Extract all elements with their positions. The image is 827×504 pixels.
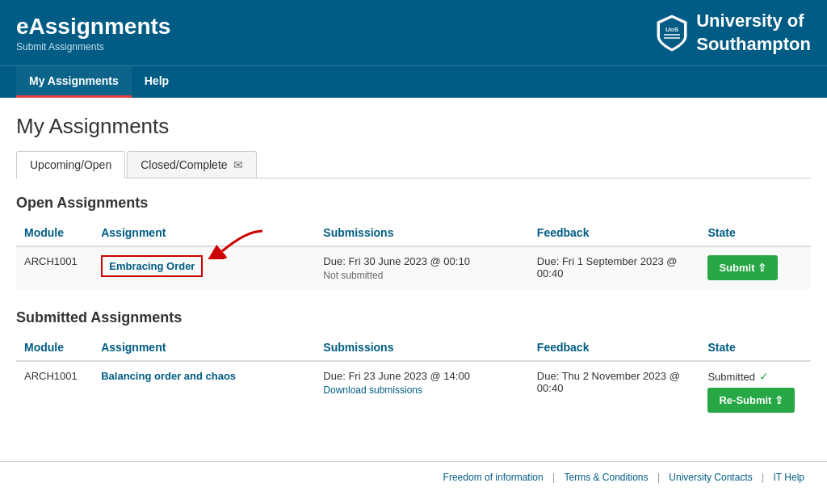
footer-sep-2: | bbox=[657, 472, 660, 483]
open-assignments-heading: Open Assignments bbox=[16, 195, 811, 212]
open-table-header: Module Assignment Submissions Feedback S… bbox=[16, 220, 811, 246]
tab-upcoming-open[interactable]: Upcoming/Open bbox=[16, 151, 125, 178]
col-header-feedback: Feedback bbox=[529, 220, 700, 246]
uni-name-line1: University of bbox=[696, 10, 811, 33]
uni-name: University of Southampton bbox=[696, 10, 811, 56]
app-subtitle: Submit Assignments bbox=[16, 41, 170, 52]
col-header-state: State bbox=[699, 220, 811, 246]
open-assignments-table: Module Assignment Submissions Feedback S… bbox=[16, 220, 811, 289]
submit-button[interactable]: Submit ⇧ bbox=[707, 255, 778, 280]
app-title: eAssignments bbox=[16, 14, 170, 40]
sub-row-assignment: Balancing order and chaos bbox=[93, 361, 315, 421]
uni-name-line2: Southampton bbox=[696, 33, 811, 57]
table-row: ARCH1001 Embracing Order bbox=[16, 246, 811, 289]
site-footer: Freedom of information | Terms & Conditi… bbox=[0, 461, 827, 493]
sub-row-feedback: Due: Thu 2 November 2023 @ 00:40 bbox=[529, 361, 700, 421]
nav-my-assignments[interactable]: My Assignments bbox=[16, 66, 132, 98]
open-row-assignment: Embracing Order bbox=[93, 246, 315, 289]
open-assignment-link[interactable]: Embracing Order bbox=[101, 255, 203, 277]
uni-logo-container: UoS University of Southampton bbox=[656, 10, 811, 56]
tab-closed-complete[interactable]: Closed/Complete ✉ bbox=[127, 151, 257, 178]
header-branding: eAssignments Submit Assignments bbox=[16, 14, 170, 52]
sub-col-header-assignment: Assignment bbox=[93, 334, 315, 361]
footer-sep-1: | bbox=[552, 472, 555, 483]
resubmit-button[interactable]: Re-Submit ⇧ bbox=[707, 388, 795, 413]
submitted-assignments-table: Module Assignment Submissions Feedback S… bbox=[16, 334, 811, 421]
footer-link-freedom[interactable]: Freedom of information bbox=[443, 472, 544, 483]
sub-col-header-state: State bbox=[699, 334, 811, 361]
svg-text:UoS: UoS bbox=[665, 26, 679, 33]
university-logo: UoS University of Southampton bbox=[656, 10, 811, 56]
col-header-module: Module bbox=[16, 220, 93, 246]
not-submitted-label: Not submitted bbox=[323, 270, 521, 281]
email-icon: ✉ bbox=[233, 158, 243, 171]
sub-col-header-feedback: Feedback bbox=[529, 334, 700, 361]
submitted-status: Submitted ✓ bbox=[707, 370, 803, 383]
submitted-assignments-heading: Submitted Assignments bbox=[16, 309, 811, 326]
open-row-module: ARCH1001 bbox=[16, 246, 93, 289]
footer-sep-3: | bbox=[762, 472, 764, 483]
open-row-feedback: Due: Fri 1 September 2023 @ 00:40 bbox=[529, 246, 700, 289]
submitted-assignment-link[interactable]: Balancing order and chaos bbox=[101, 370, 236, 382]
page-title: My Assignments bbox=[16, 114, 811, 139]
open-row-state: Submit ⇧ bbox=[699, 246, 811, 289]
nav-help[interactable]: Help bbox=[132, 66, 182, 98]
main-content: My Assignments Upcoming/Open Closed/Comp… bbox=[0, 98, 827, 461]
footer-link-it-help[interactable]: IT Help bbox=[774, 472, 804, 483]
download-submissions-link[interactable]: Download submissions bbox=[323, 384, 521, 396]
col-header-assignment: Assignment bbox=[93, 220, 315, 246]
footer-link-terms[interactable]: Terms & Conditions bbox=[564, 472, 648, 483]
site-header: eAssignments Submit Assignments UoS Univ… bbox=[0, 0, 827, 65]
sub-col-header-submissions: Submissions bbox=[315, 334, 529, 361]
col-header-submissions: Submissions bbox=[315, 220, 529, 246]
submitted-table-header: Module Assignment Submissions Feedback S… bbox=[16, 334, 811, 361]
footer-link-university[interactable]: University Contacts bbox=[669, 472, 752, 483]
arrow-wrapper: Embracing Order bbox=[101, 255, 307, 277]
table-row: ARCH1001 Balancing order and chaos Due: … bbox=[16, 361, 811, 421]
open-row-submissions: Due: Fri 30 June 2023 @ 00:10 Not submit… bbox=[315, 246, 529, 289]
sub-row-state: Submitted ✓ Re-Submit ⇧ bbox=[699, 361, 811, 421]
assignment-tabs: Upcoming/Open Closed/Complete ✉ bbox=[16, 151, 811, 178]
sub-col-header-module: Module bbox=[16, 334, 93, 361]
sub-row-submissions: Due: Fri 23 June 2023 @ 14:00 Download s… bbox=[315, 361, 529, 421]
check-icon: ✓ bbox=[759, 370, 769, 383]
sub-row-module: ARCH1001 bbox=[16, 361, 93, 421]
main-navbar: My Assignments Help bbox=[0, 65, 827, 98]
uni-shield-icon: UoS bbox=[656, 14, 688, 52]
